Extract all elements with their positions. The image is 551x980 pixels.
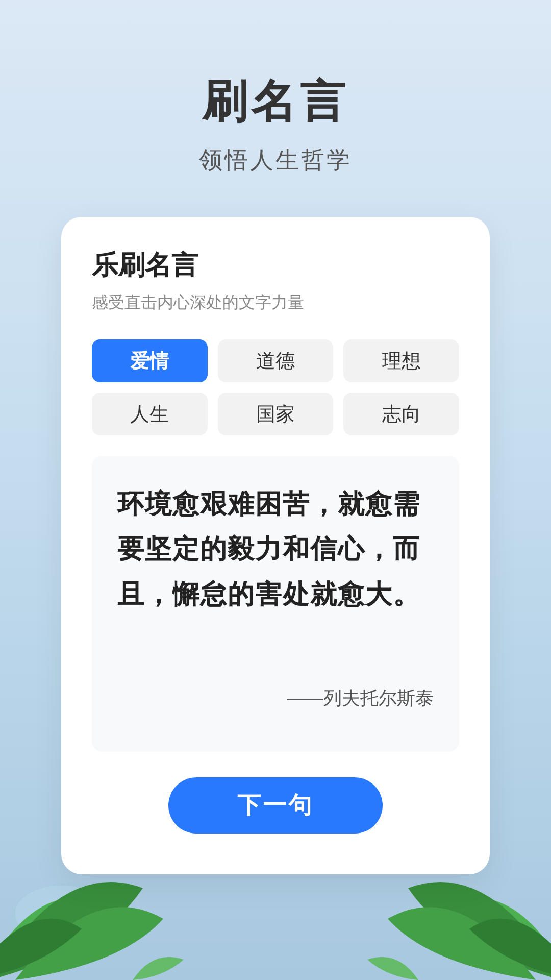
category-btn-ideal[interactable]: 理想 — [343, 339, 459, 382]
page-title: 刷名言 — [202, 71, 349, 132]
svg-point-0 — [10, 883, 133, 954]
next-button[interactable]: 下一句 — [168, 777, 383, 834]
quote-box: 环境愈艰难困苦，就愈需要坚定的毅力和信心，而且，懈怠的害处就愈大。 ——列夫托尔… — [92, 456, 459, 752]
category-grid: 爱情 道德 理想 人生 国家 志向 — [92, 339, 459, 435]
app-name: 乐刷名言 — [92, 248, 459, 283]
next-btn-container: 下一句 — [92, 777, 459, 834]
category-btn-ambition[interactable]: 志向 — [343, 393, 459, 435]
category-btn-life[interactable]: 人生 — [92, 393, 208, 435]
category-btn-love[interactable]: 爱情 — [92, 339, 208, 382]
svg-point-1 — [15, 886, 107, 942]
category-btn-country[interactable]: 国家 — [218, 393, 334, 435]
quote-author: ——列夫托尔斯泰 — [117, 686, 434, 721]
category-btn-morality[interactable]: 道德 — [218, 339, 334, 382]
app-tagline: 感受直击内心深处的文字力量 — [92, 291, 459, 314]
page-subtitle: 领悟人生哲学 — [199, 144, 352, 176]
quote-text: 环境愈艰难困苦，就愈需要坚定的毅力和信心，而且，懈怠的害处就愈大。 — [117, 481, 434, 617]
app-card: 乐刷名言 感受直击内心深处的文字力量 爱情 道德 理想 人生 国家 志向 环境愈… — [61, 217, 490, 874]
